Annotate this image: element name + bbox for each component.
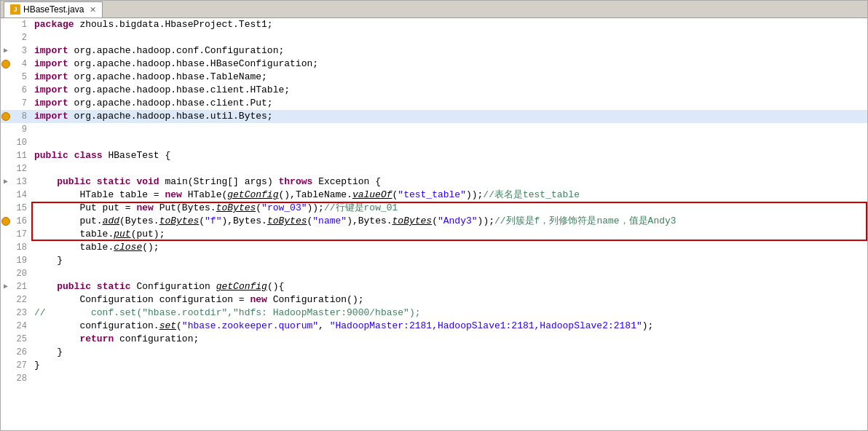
line-marker-26 [1, 346, 11, 359]
code-text-4: import org.apache.hadoop.hbase.HBaseConf… [31, 58, 318, 71]
table-row: 27 } [1, 359, 867, 372]
line-marker-22 [1, 293, 11, 307]
code-text-13: public static void main(String[] args) t… [31, 175, 381, 189]
line-marker-1 [1, 18, 11, 31]
tab-filename: HBaseTest.java [23, 4, 84, 15]
code-text-5: import org.apache.hadoop.hbase.TableName… [31, 71, 267, 84]
code-text-12 [31, 162, 40, 175]
line-marker-23 [1, 307, 11, 320]
code-text-27: } [31, 359, 40, 372]
line-marker-14 [1, 189, 11, 202]
table-row: 18 table.close(); [1, 241, 867, 254]
line-num-18: 18 [11, 241, 31, 254]
code-text-16: put.add(Bytes.toBytes("f"),Bytes.toBytes… [31, 215, 676, 228]
line-num-8: 8 [11, 110, 31, 123]
code-text-26: } [31, 346, 63, 359]
table-row: 19 } [1, 254, 867, 267]
code-text-8: import org.apache.hadoop.hbase.util.Byte… [31, 110, 273, 123]
table-row: 1 package zhouls.bigdata.HbaseProject.Te… [1, 18, 867, 31]
line-marker-11 [1, 149, 11, 162]
table-row: 24 configuration.set("hbase.zookeeper.qu… [1, 320, 867, 333]
table-row: 20 [1, 267, 867, 280]
line-num-24: 24 [11, 320, 31, 333]
line-marker-21: ▶ [1, 280, 11, 293]
code-text-19: } [31, 254, 63, 267]
line-num-11: 11 [11, 149, 31, 162]
line-marker-2 [1, 31, 11, 44]
editor-window: J HBaseTest.java ✕ 1 package zhouls.bigd… [0, 0, 868, 431]
code-text-18: table.close(); [31, 241, 159, 254]
table-row: 5 import org.apache.hadoop.hbase.TableNa… [1, 71, 867, 84]
code-text-28 [31, 372, 40, 385]
editor-tab[interactable]: J HBaseTest.java ✕ [4, 1, 103, 17]
line-num-4: 4 [11, 58, 31, 71]
line-num-2: 2 [11, 31, 31, 44]
line-num-15: 15 [11, 202, 31, 215]
table-row: 4 import org.apache.hadoop.hbase.HBaseCo… [1, 58, 867, 71]
table-row: 25 return configuration; [1, 333, 867, 346]
table-row: ▶ 3 import org.apache.hadoop.conf.Config… [1, 44, 867, 58]
line-marker-8 [1, 110, 11, 123]
table-row: 16 put.add(Bytes.toBytes("f"),Bytes.toBy… [1, 215, 867, 228]
tab-close-button[interactable]: ✕ [90, 5, 96, 15]
table-row: 7 import org.apache.hadoop.hbase.client.… [1, 97, 867, 110]
line-marker-24 [1, 320, 11, 333]
table-row: ▶ 21 public static Configuration getConf… [1, 280, 867, 293]
table-row: 11 public class HBaseTest { [1, 149, 867, 162]
table-row: 23 // conf.set("hbase.rootdir","hdfs: Ha… [1, 307, 867, 320]
line-num-21: 21 [11, 280, 31, 293]
warning-marker-8 [1, 112, 10, 121]
line-marker-7 [1, 97, 11, 110]
line-marker-6 [1, 84, 11, 97]
code-text-25: return configuration; [31, 333, 199, 346]
line-num-9: 9 [11, 123, 31, 136]
line-marker-18 [1, 241, 11, 254]
table-row: 9 [1, 123, 867, 136]
table-row: 15 Put put = new Put(Bytes.toBytes("row_… [1, 202, 867, 215]
line-marker-12 [1, 162, 11, 175]
code-text-1: package zhouls.bigdata.HbaseProject.Test… [31, 18, 273, 31]
line-marker-17 [1, 228, 11, 241]
line-marker-20 [1, 267, 11, 280]
line-num-5: 5 [11, 71, 31, 84]
code-text-3: import org.apache.hadoop.conf.Configurat… [31, 44, 284, 58]
table-row: 26 } [1, 346, 867, 359]
line-num-16: 16 [11, 215, 31, 228]
code-text-14: HTable table = new HTable(getConfig(),Ta… [31, 189, 580, 202]
code-content[interactable]: 1 package zhouls.bigdata.HbaseProject.Te… [1, 18, 867, 430]
table-row: 8 import org.apache.hadoop.hbase.util.By… [1, 110, 867, 123]
line-marker-10 [1, 136, 11, 149]
code-text-10 [31, 136, 40, 149]
line-marker-19 [1, 254, 11, 267]
line-num-22: 22 [11, 293, 31, 307]
code-text-20 [31, 267, 40, 280]
tab-bar: J HBaseTest.java ✕ [1, 1, 867, 18]
line-marker-25 [1, 333, 11, 346]
table-row: 22 Configuration configuration = new Con… [1, 293, 867, 307]
code-text-6: import org.apache.hadoop.hbase.client.HT… [31, 84, 290, 97]
line-marker-4 [1, 58, 11, 71]
line-marker-16 [1, 215, 11, 228]
code-text-21: public static Configuration getConfig(){ [31, 280, 284, 293]
table-row: 28 [1, 372, 867, 385]
code-lines: 1 package zhouls.bigdata.HbaseProject.Te… [1, 18, 867, 385]
line-num-10: 10 [11, 136, 31, 149]
table-row: 2 [1, 31, 867, 44]
editor-area: 1 package zhouls.bigdata.HbaseProject.Te… [1, 18, 867, 430]
line-num-27: 27 [11, 359, 31, 372]
line-num-25: 25 [11, 333, 31, 346]
line-num-12: 12 [11, 162, 31, 175]
line-num-26: 26 [11, 346, 31, 359]
table-row: 17 table.put(put); [1, 228, 867, 241]
line-num-20: 20 [11, 267, 31, 280]
code-text-7: import org.apache.hadoop.hbase.client.Pu… [31, 97, 273, 110]
warning-marker-4 [1, 60, 10, 68]
code-text-22: Configuration configuration = new Config… [31, 293, 363, 307]
code-text-11: public class HBaseTest { [31, 149, 170, 162]
line-marker-28 [1, 372, 11, 385]
table-row: ▶ 13 public static void main(String[] ar… [1, 175, 867, 189]
java-file-icon: J [10, 4, 20, 15]
table-row: 14 HTable table = new HTable(getConfig()… [1, 189, 867, 202]
line-num-14: 14 [11, 189, 31, 202]
warning-marker-16 [1, 217, 10, 226]
